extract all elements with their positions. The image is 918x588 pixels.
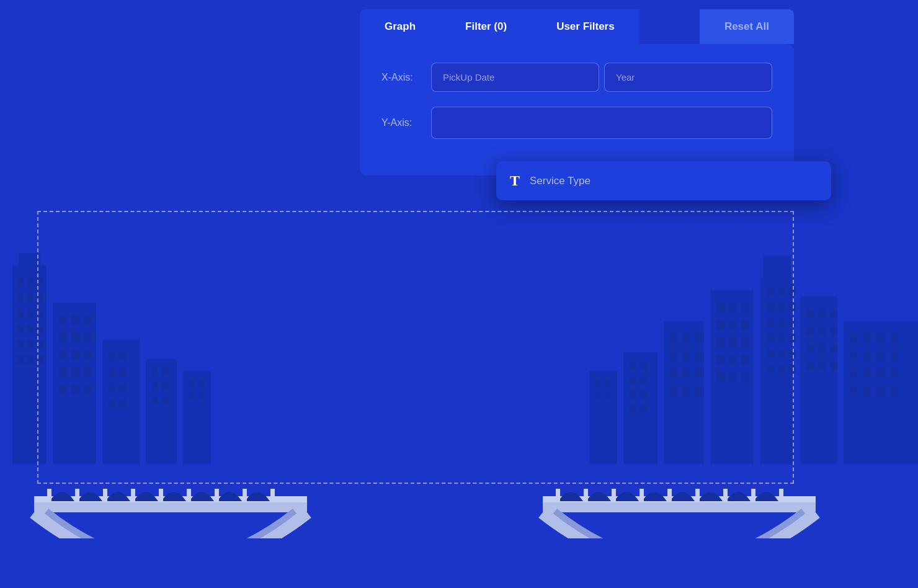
svg-rect-18	[27, 355, 33, 364]
svg-rect-160	[270, 489, 275, 502]
svg-rect-139	[863, 351, 871, 361]
svg-rect-33	[59, 385, 66, 394]
svg-rect-117	[768, 365, 774, 373]
svg-rect-60	[595, 393, 600, 400]
svg-rect-105	[768, 303, 774, 311]
svg-rect-170	[751, 489, 755, 502]
svg-rect-91	[716, 337, 724, 347]
svg-rect-86	[729, 303, 736, 313]
service-type-icon: T	[510, 172, 520, 189]
svg-rect-48	[152, 382, 158, 390]
svg-rect-93	[741, 337, 749, 347]
x-axis-field1-input[interactable]: PickUp Date	[431, 63, 599, 92]
svg-rect-122	[818, 309, 825, 318]
y-axis-row: Y-Axis:	[381, 107, 772, 139]
x-axis-inputs: PickUp Date Year	[431, 63, 772, 92]
svg-rect-110	[789, 318, 795, 327]
x-axis-field2-value: Year	[616, 72, 635, 82]
svg-rect-47	[163, 368, 168, 376]
svg-rect-107	[789, 303, 795, 311]
svg-rect-127	[806, 344, 813, 353]
svg-rect-103	[778, 287, 785, 296]
svg-rect-87	[741, 303, 749, 313]
svg-rect-63	[630, 362, 636, 370]
svg-rect-109	[778, 318, 785, 327]
svg-rect-65	[630, 376, 636, 385]
svg-rect-59	[605, 380, 610, 388]
svg-rect-158	[215, 489, 219, 502]
svg-rect-166	[639, 489, 644, 502]
svg-rect-161	[543, 501, 816, 512]
svg-rect-40	[120, 368, 126, 376]
svg-rect-15	[27, 340, 33, 349]
svg-rect-10	[37, 309, 43, 318]
x-axis-row: X-Axis: PickUp Date Year	[381, 63, 772, 92]
svg-rect-19	[37, 355, 43, 364]
svg-rect-85	[716, 303, 724, 313]
svg-rect-62	[623, 352, 657, 464]
svg-rect-52	[183, 371, 211, 464]
tab-reset-all[interactable]: Reset All	[700, 9, 794, 44]
svg-rect-29	[84, 350, 91, 360]
svg-rect-4	[37, 278, 43, 287]
svg-rect-147	[863, 386, 871, 396]
y-axis-label: Y-Axis:	[381, 117, 431, 128]
tab-filter-label: Filter (0)	[465, 20, 507, 33]
svg-rect-128	[818, 344, 825, 353]
panel-container: Graph Filter (0) User Filters Reset All …	[360, 9, 831, 176]
svg-rect-171	[779, 489, 783, 502]
svg-rect-99	[741, 372, 749, 382]
svg-rect-121	[806, 309, 813, 318]
svg-rect-23	[84, 315, 91, 325]
svg-rect-54	[199, 380, 204, 388]
svg-rect-142	[850, 368, 857, 378]
svg-rect-120	[800, 296, 837, 464]
tab-graph[interactable]: Graph	[360, 9, 440, 44]
svg-rect-136	[877, 334, 885, 344]
svg-rect-113	[789, 334, 795, 342]
svg-rect-11	[17, 324, 24, 333]
svg-rect-53	[189, 380, 194, 388]
svg-rect-88	[716, 320, 724, 330]
svg-rect-111	[768, 334, 774, 342]
svg-rect-150	[34, 501, 307, 512]
svg-rect-165	[612, 489, 616, 502]
tab-user-filters[interactable]: User Filters	[532, 9, 639, 44]
svg-rect-27	[59, 350, 66, 360]
svg-rect-41	[109, 383, 115, 392]
svg-rect-72	[670, 334, 677, 344]
svg-rect-35	[84, 385, 91, 394]
svg-rect-32	[84, 367, 91, 377]
y-axis-field-input[interactable]	[431, 107, 772, 139]
svg-rect-16	[37, 340, 43, 349]
svg-rect-73	[682, 334, 690, 344]
svg-rect-57	[589, 371, 617, 464]
svg-rect-51	[163, 396, 168, 404]
svg-rect-130	[806, 361, 813, 370]
service-type-text: Service Type	[530, 175, 590, 187]
svg-rect-81	[670, 386, 677, 396]
city-skyline	[0, 228, 918, 538]
svg-rect-38	[120, 352, 126, 361]
svg-rect-22	[71, 315, 79, 325]
svg-rect-74	[695, 334, 702, 344]
tab-filter[interactable]: Filter (0)	[440, 9, 532, 44]
svg-rect-50	[152, 396, 158, 404]
svg-rect-157	[187, 489, 191, 502]
svg-rect-137	[891, 334, 898, 344]
svg-rect-13	[37, 324, 43, 333]
svg-rect-6	[27, 293, 33, 302]
svg-rect-42	[120, 383, 126, 392]
svg-rect-80	[695, 368, 702, 378]
svg-rect-30	[59, 367, 66, 377]
svg-rect-95	[729, 355, 736, 365]
svg-rect-106	[778, 303, 785, 311]
svg-rect-167	[667, 489, 672, 502]
svg-rect-140	[877, 351, 885, 361]
svg-rect-90	[741, 320, 749, 330]
svg-rect-20	[53, 303, 96, 464]
dropdown-popup[interactable]: T Service Type	[496, 161, 831, 200]
x-axis-field2-input[interactable]: Year	[604, 63, 772, 92]
svg-rect-79	[682, 368, 690, 378]
svg-rect-163	[556, 489, 560, 502]
